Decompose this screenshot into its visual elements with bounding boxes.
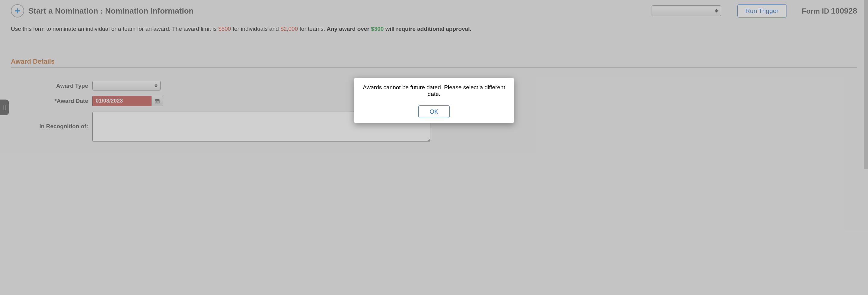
alert-dialog: Awards cannot be future dated. Please se… [354,78,514,123]
alert-message: Awards cannot be future dated. Please se… [359,84,509,97]
ok-button[interactable]: OK [418,105,450,118]
modal-overlay: Awards cannot be future dated. Please se… [0,0,868,295]
